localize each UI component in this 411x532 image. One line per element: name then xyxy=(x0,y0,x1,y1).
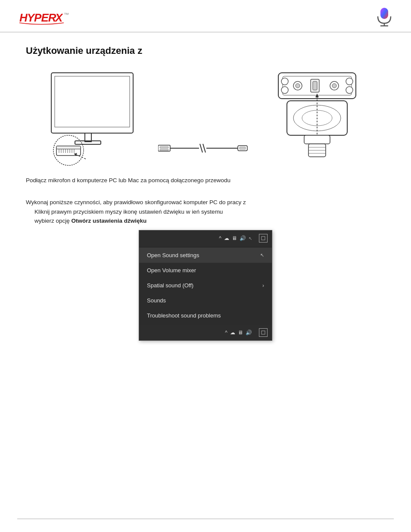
setup-line3-prefix: wybierz opcję xyxy=(34,218,72,224)
hyperx-logo: HYPER X ™ xyxy=(17,9,69,26)
svg-rect-24 xyxy=(160,146,168,148)
context-menu-wrapper: ^ ☁ 🖥 🔊 ↖ Open Sound setti xyxy=(139,230,272,341)
menu-item-sounds[interactable]: Sounds xyxy=(139,293,272,308)
diagram-area xyxy=(26,68,385,168)
svg-rect-6 xyxy=(51,73,133,133)
setup-line3-bold: Otwórz ustawienia dźwięku xyxy=(72,218,147,224)
connect-description: Podłącz mikrofon d komputerze PC lub Mac… xyxy=(26,176,385,185)
cursor-indicator: ↖ xyxy=(249,236,252,241)
menu-item-open-sound-settings[interactable]: Open Sound settings ↖ xyxy=(139,248,272,263)
volume-icon-b: 🔊 xyxy=(246,330,252,336)
svg-rect-39 xyxy=(313,81,317,90)
notification-icon-b xyxy=(259,328,268,337)
svg-rect-25 xyxy=(160,149,168,151)
menu-item-label: Spatial sound (Off) xyxy=(147,282,193,289)
cable-connector xyxy=(158,137,253,168)
svg-point-34 xyxy=(281,78,288,85)
menu-item-troubleshoot[interactable]: Troubleshoot sound problems xyxy=(139,308,272,323)
cloud-icon: ☁ xyxy=(224,235,229,241)
taskbar-top-icons: ^ ☁ 🖥 🔊 ↖ xyxy=(219,235,252,241)
page-content: Użytkowanie urządzenia z xyxy=(0,32,411,367)
microphone-icon xyxy=(375,8,394,27)
menu-item-label: Troubleshoot sound problems xyxy=(147,312,221,319)
svg-point-37 xyxy=(346,87,353,93)
menu-item-open-volume-mixer[interactable]: Open Volume mixer xyxy=(139,263,272,278)
setup-description: Wykonaj poniższe czynności, aby prawidło… xyxy=(26,198,385,226)
setup-line1: Wykonaj poniższe czynności, aby prawidło… xyxy=(26,198,385,207)
svg-text:X: X xyxy=(54,11,63,24)
volume-icon: 🔊 xyxy=(240,235,246,241)
hyperx-logo-svg: HYPER X ™ xyxy=(17,9,69,26)
svg-text:™: ™ xyxy=(64,12,69,18)
page-header: HYPER X ™ xyxy=(0,0,411,32)
svg-point-36 xyxy=(346,78,353,85)
svg-point-35 xyxy=(281,87,288,93)
svg-point-41 xyxy=(332,84,336,88)
caret-icon-b: ^ xyxy=(225,330,227,336)
svg-rect-31 xyxy=(240,147,246,149)
taskbar-bottom: ^ ☁ 🖥 🔊 xyxy=(139,325,272,340)
svg-rect-55 xyxy=(262,331,265,334)
taskbar-top: ^ ☁ 🖥 🔊 ↖ xyxy=(139,230,272,246)
svg-rect-3 xyxy=(380,8,388,19)
cursor-indicator-item: ↖ xyxy=(260,252,264,258)
context-menu-area: ^ ☁ 🖥 🔊 ↖ Open Sound setti xyxy=(26,230,385,341)
svg-text:HYPER: HYPER xyxy=(19,11,56,24)
taskbar-bottom-icons: ^ ☁ 🖥 🔊 xyxy=(225,330,252,336)
svg-rect-20 xyxy=(56,146,81,149)
cloud-icon-b: ☁ xyxy=(230,330,235,336)
menu-item-label: Open Sound settings xyxy=(147,252,199,258)
menu-item-spatial-sound[interactable]: Spatial sound (Off) › xyxy=(139,278,272,293)
menu-item-label: Sounds xyxy=(147,297,166,304)
svg-rect-49 xyxy=(304,135,330,144)
network-icon: 🖥 xyxy=(232,235,237,241)
footer-divider xyxy=(17,519,394,520)
menu-item-label: Open Volume mixer xyxy=(147,267,196,274)
microphone-diagram xyxy=(253,68,381,168)
notification-icon xyxy=(259,234,268,243)
chevron-right-icon: › xyxy=(262,283,264,289)
svg-rect-54 xyxy=(262,236,265,240)
computer-diagram xyxy=(30,68,158,168)
svg-rect-7 xyxy=(55,76,130,127)
network-icon-b: 🖥 xyxy=(238,330,243,336)
page-title: Użytkowanie urządzenia z xyxy=(26,45,385,56)
svg-point-43 xyxy=(296,84,300,88)
caret-icon: ^ xyxy=(219,235,221,241)
svg-line-28 xyxy=(203,144,206,152)
setup-line3: wybierz opcję Otwórz ustawienia dźwięku xyxy=(34,216,385,226)
cable-svg xyxy=(158,137,253,159)
svg-line-27 xyxy=(200,144,202,152)
context-menu-body: Open Sound settings ↖ Open Volume mixer … xyxy=(139,246,272,325)
computer-svg xyxy=(38,68,150,168)
setup-line2: Kliknij prawym przyciskiem myszy ikonę u… xyxy=(34,207,385,217)
microphone-bottom-svg xyxy=(270,68,364,168)
